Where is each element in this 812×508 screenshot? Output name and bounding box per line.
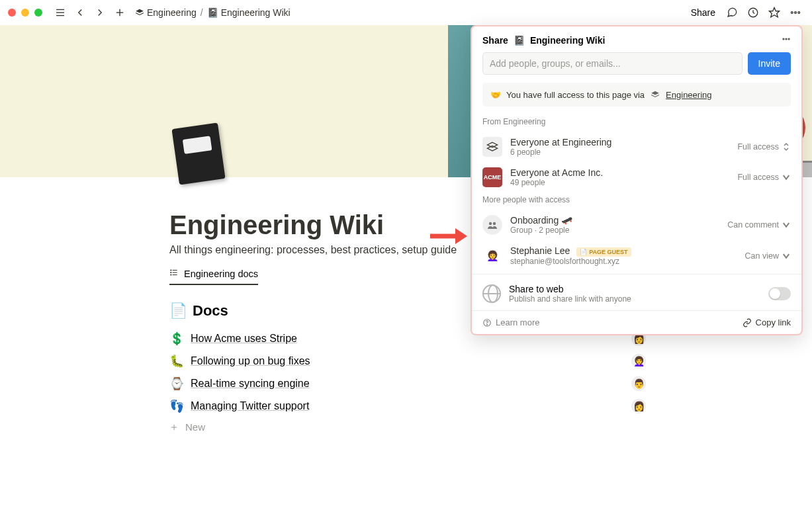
doc-icon: 👣	[169, 399, 183, 413]
doc-row[interactable]: 🐛 Following up on bug fixes 👩‍🦱	[169, 350, 633, 372]
topbar: Engineering / 📓 Engineering Wiki Share	[0, 0, 812, 25]
menu-icon[interactable]	[52, 4, 69, 21]
member-row-stephanie: 👩‍🦱 Stephanie Lee 📄 PAGE GUEST stephanie…	[472, 240, 801, 271]
minimize-window-button[interactable]	[21, 9, 29, 17]
member-sub: Group · 2 people	[510, 226, 572, 235]
member-sub: 6 people	[510, 148, 611, 157]
stack-icon	[650, 89, 660, 100]
svg-marker-24	[651, 91, 659, 95]
svg-point-27	[489, 222, 492, 225]
share-web-toggle[interactable]	[768, 287, 791, 300]
share-button[interactable]: Share	[687, 5, 719, 21]
member-row-everyone-engineering: Everyone at Engineering 6 people Full ac…	[472, 132, 801, 162]
comments-icon[interactable]	[723, 4, 741, 21]
group-avatar	[482, 215, 502, 235]
invite-button[interactable]: Invite	[748, 52, 791, 75]
share-to-web-row: Share to web Publish and share link with…	[472, 277, 801, 310]
favorite-icon[interactable]	[766, 4, 783, 21]
section-more-label: More people with access	[472, 192, 801, 210]
svg-point-9	[795, 12, 797, 14]
member-row-everyone-acme: ACME Everyone at Acme Inc. 49 people Ful…	[472, 162, 801, 192]
globe-icon	[482, 284, 501, 303]
learn-more-link[interactable]: Learn more	[482, 318, 539, 327]
group-avatar: ACME	[482, 167, 502, 187]
topbar-right: Share	[687, 4, 804, 21]
breadcrumb-item-engineering[interactable]: Engineering	[135, 7, 197, 18]
doc-author-avatar: 👨	[631, 376, 646, 391]
new-page-button[interactable]	[111, 4, 128, 21]
info-link[interactable]: Engineering	[666, 90, 711, 100]
svg-point-16	[171, 275, 171, 275]
share-panel-header: Share 📓 Engineering Wiki	[472, 26, 801, 52]
forward-button[interactable]	[91, 4, 109, 21]
svg-point-21	[783, 38, 784, 40]
breadcrumb-separator: /	[201, 7, 203, 18]
doc-row[interactable]: 👣 Managing Twitter support 👩	[169, 395, 633, 417]
maximize-window-button[interactable]	[34, 9, 42, 17]
doc-author-avatar: 👩	[631, 399, 646, 413]
svg-marker-20	[455, 228, 467, 244]
svg-point-23	[788, 38, 789, 40]
member-name: Stephanie Lee 📄 PAGE GUEST	[510, 245, 631, 257]
docs-heading-label: Docs	[193, 302, 228, 319]
breadcrumb: Engineering / 📓 Engineering Wiki	[135, 7, 291, 18]
share-web-sub: Publish and share link with anyone	[509, 294, 631, 304]
share-panel-more-icon[interactable]	[782, 34, 791, 46]
back-button[interactable]	[71, 4, 89, 21]
doc-icon: 🐛	[169, 354, 183, 368]
share-input[interactable]	[482, 52, 743, 75]
svg-point-8	[791, 12, 793, 14]
svg-point-10	[798, 12, 800, 14]
notebook-icon: 📓	[514, 35, 525, 46]
stack-icon	[135, 8, 144, 17]
share-invite-row: Invite	[472, 52, 801, 83]
svg-point-14	[171, 270, 171, 271]
doc-title: How Acme uses Stripe	[191, 333, 297, 345]
member-name: Onboarding 🛹	[510, 215, 572, 226]
docs-list: 💲 How Acme uses Stripe 👩 🐛 Following up …	[169, 327, 633, 437]
svg-point-15	[171, 272, 171, 273]
member-sub: 49 people	[510, 178, 603, 187]
database-view-tab[interactable]: Engineering docs	[169, 268, 258, 285]
breadcrumb-label: Engineering	[147, 7, 197, 18]
doc-title: Managing Twitter support	[191, 400, 309, 412]
member-row-onboarding: Onboarding 🛹 Group · 2 people Can commen…	[472, 210, 801, 240]
svg-marker-7	[770, 8, 780, 17]
share-panel-footer: Learn more Copy link	[472, 310, 801, 334]
doc-author-avatar: 👩‍🦱	[631, 354, 646, 368]
notebook-icon: 📓	[207, 7, 218, 18]
share-header-prefix: Share	[482, 35, 508, 46]
list-icon	[169, 268, 179, 280]
breadcrumb-label: Engineering Wiki	[221, 7, 291, 18]
section-from-label: From Engineering	[472, 114, 801, 132]
member-name: Everyone at Engineering	[510, 137, 611, 148]
docs-icon: 📄	[169, 302, 187, 319]
permission-dropdown[interactable]: Can comment	[727, 220, 791, 230]
group-avatar	[482, 137, 502, 157]
svg-point-22	[786, 38, 787, 40]
breadcrumb-item-page[interactable]: 📓 Engineering Wiki	[207, 7, 291, 18]
svg-marker-26	[488, 146, 498, 151]
member-sub: stephanie@toolsforthought.xyz	[510, 257, 631, 266]
svg-marker-25	[488, 142, 498, 148]
permission-dropdown[interactable]: Full access	[737, 142, 791, 151]
member-name: Everyone at Acme Inc.	[510, 167, 603, 178]
new-row-button[interactable]: New	[169, 417, 633, 437]
svg-point-30	[487, 324, 488, 325]
svg-point-28	[493, 222, 496, 225]
share-web-title: Share to web	[509, 284, 631, 294]
access-info-box: 🤝 You have full access to this page via …	[482, 83, 791, 106]
tab-label: Engineering docs	[184, 269, 258, 279]
updates-icon[interactable]	[744, 4, 762, 21]
share-panel: Share 📓 Engineering Wiki Invite 🤝 You ha…	[471, 25, 803, 335]
permission-dropdown[interactable]: Full access	[737, 173, 791, 182]
more-icon[interactable]	[787, 4, 804, 21]
permission-dropdown[interactable]: Can view	[745, 251, 791, 261]
close-window-button[interactable]	[8, 9, 16, 17]
page-icon[interactable]	[171, 123, 225, 185]
copy-link-button[interactable]: Copy link	[743, 318, 791, 327]
doc-row[interactable]: ⌚ Real-time syncing engine 👨	[169, 372, 633, 395]
share-header-page: Engineering Wiki	[530, 35, 605, 46]
doc-icon: 💲	[169, 331, 183, 346]
doc-title: Following up on bug fixes	[191, 355, 310, 367]
